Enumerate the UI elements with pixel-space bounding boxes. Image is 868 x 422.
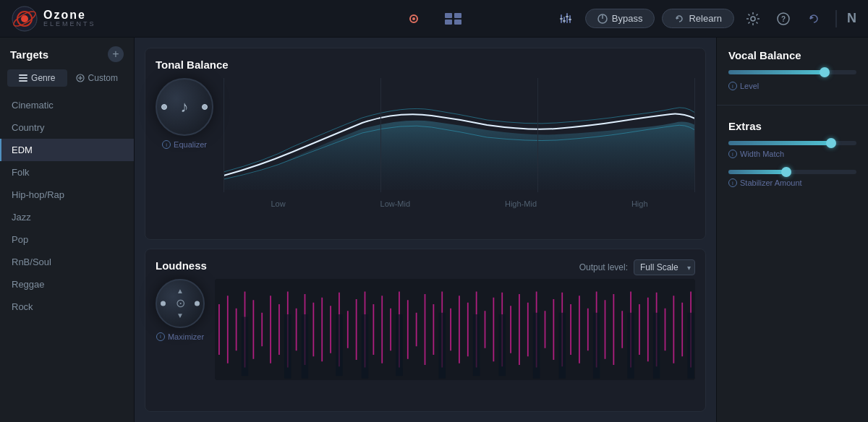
output-level-select-wrap: Full Scale True Peak [634, 259, 695, 275]
logo-text: Ozone ELEMENTS [43, 9, 96, 28]
svg-rect-11 [563, 17, 565, 23]
undo-button[interactable] [802, 7, 825, 30]
list-icon [19, 74, 27, 82]
genre-item-hiphop[interactable]: Hip-hop/Rap [0, 184, 134, 206]
maximizer-info-icon[interactable]: i [156, 332, 165, 341]
stabilizer-label: i Stabilizer Amount [728, 178, 856, 187]
genre-item-country[interactable]: Country [0, 116, 134, 139]
equalizer-knob-wrap: ♪ i Equalizer [156, 78, 213, 149]
output-level-select[interactable]: Full Scale True Peak [634, 259, 695, 275]
tab-custom[interactable]: Custom [67, 69, 127, 87]
width-match-track [728, 141, 856, 145]
loudness-panel: Loudness Output level: Full Scale True P… [145, 249, 706, 412]
add-target-button[interactable]: + [108, 46, 124, 62]
genre-item-folk[interactable]: Folk [0, 161, 134, 184]
vocal-balance-fill [728, 70, 825, 74]
menu-icon[interactable]: N [847, 11, 856, 26]
tonal-balance-svg [224, 78, 695, 194]
vocal-balance-section: Vocal Balance i Level [728, 49, 856, 90]
maximizer-right-dot [195, 301, 200, 306]
extras-title: Extras [728, 120, 856, 132]
equalizer-icon-btn[interactable] [555, 7, 578, 30]
svg-rect-7 [454, 13, 461, 18]
sidebar-title: Targets [10, 48, 48, 61]
app-title: Ozone [43, 9, 96, 22]
stabilizer-info-icon[interactable]: i [728, 178, 737, 187]
divider [835, 10, 837, 27]
width-match-info-icon[interactable]: i [728, 150, 737, 158]
width-match-thumb[interactable] [826, 138, 836, 148]
stabilizer-fill [728, 170, 786, 174]
maximizer-left-dot [161, 301, 166, 306]
genre-item-cinematic[interactable]: Cinematic [0, 94, 134, 116]
genre-item-rnbsoul[interactable]: RnB/Soul [0, 251, 134, 273]
svg-point-21 [751, 17, 755, 21]
equalizer-label: i Equalizer [162, 140, 207, 149]
svg-rect-14 [560, 18, 563, 20]
tonal-balance-chart-container: Low Low-Mid High-Mid High [224, 78, 695, 208]
svg-rect-17 [569, 19, 571, 20]
knob-left-dot [161, 104, 167, 110]
tonal-balance-x-labels: Low Low-Mid High-Mid High [224, 197, 695, 208]
plus-icon [76, 74, 85, 82]
main-layout: Targets + Genre Custom [0, 38, 868, 422]
right-panel: Vocal Balance i Level Extras [716, 38, 868, 422]
undo-icon [807, 12, 821, 26]
header-right-controls: Bypass Relearn ? [555, 7, 856, 30]
equalizer-knob[interactable]: ♪ [156, 78, 213, 136]
bypass-button[interactable]: Bypass [585, 9, 655, 28]
stabilizer-row: i Stabilizer Amount [728, 170, 856, 187]
stabilizer-thumb[interactable] [781, 167, 791, 177]
genre-item-edm[interactable]: EDM [0, 139, 134, 161]
extras-section: Extras i Width Match i [728, 120, 856, 193]
svg-rect-27 [19, 80, 27, 82]
loudness-inner: ▲ ⊙ ▼ i Maximizer [156, 279, 695, 380]
stabilizer-track [728, 170, 856, 174]
svg-text:?: ? [781, 15, 786, 23]
knob-right-dot [202, 104, 208, 110]
vocal-balance-thumb[interactable] [820, 67, 830, 77]
equalizer-info-icon[interactable]: i [162, 140, 171, 149]
help-button[interactable]: ? [772, 7, 795, 30]
signal-flow-btn[interactable] [401, 7, 426, 31]
relearn-icon [674, 14, 684, 24]
maximizer-knob[interactable]: ▲ ⊙ ▼ [156, 279, 205, 328]
svg-marker-24 [810, 16, 814, 20]
svg-point-2 [21, 15, 28, 22]
tonal-balance-panel: Tonal Balance ♪ i Equalizer [145, 48, 706, 240]
svg-rect-8 [445, 20, 452, 25]
genre-item-reggae[interactable]: Reggae [0, 273, 134, 296]
genre-item-jazz[interactable]: Jazz [0, 206, 134, 228]
genre-item-pop[interactable]: Pop [0, 228, 134, 251]
width-match-label: i Width Match [728, 150, 856, 158]
maximizer-up-arrow: ▲ [176, 287, 184, 295]
modules-btn[interactable] [441, 8, 467, 30]
svg-rect-12 [566, 13, 568, 23]
maximizer-down-arrow: ▼ [176, 311, 184, 319]
tab-genre[interactable]: Genre [7, 69, 67, 87]
label-low-mid: Low-Mid [380, 199, 411, 208]
gear-icon [746, 12, 760, 26]
svg-rect-16 [566, 16, 569, 17]
svg-point-5 [412, 17, 415, 20]
maximizer-dial-icon: ⊙ [176, 296, 185, 310]
width-match-row: i Width Match [728, 141, 856, 158]
genre-custom-tabs: Genre Custom [0, 69, 134, 94]
relearn-button[interactable]: Relearn [662, 9, 734, 28]
svg-rect-25 [19, 74, 27, 76]
vocal-balance-title: Vocal Balance [728, 49, 856, 61]
settings-button[interactable] [741, 7, 765, 30]
output-level-control: Output level: Full Scale True Peak [579, 259, 695, 275]
vocal-balance-slider-container [728, 70, 856, 74]
tonal-balance-title: Tonal Balance [156, 59, 695, 71]
vocal-balance-track [728, 70, 856, 74]
sidebar: Targets + Genre Custom [0, 38, 135, 422]
svg-rect-15 [563, 20, 566, 22]
label-low: Low [271, 199, 285, 208]
genre-item-rock[interactable]: Rock [0, 296, 134, 318]
label-high-mid: High-Mid [505, 199, 537, 208]
loudness-waveform: // This runs at parse time - won't work,… [215, 279, 695, 380]
vocal-balance-info-icon[interactable]: i [728, 82, 737, 90]
svg-marker-20 [676, 17, 679, 20]
header-center-controls [401, 7, 467, 31]
